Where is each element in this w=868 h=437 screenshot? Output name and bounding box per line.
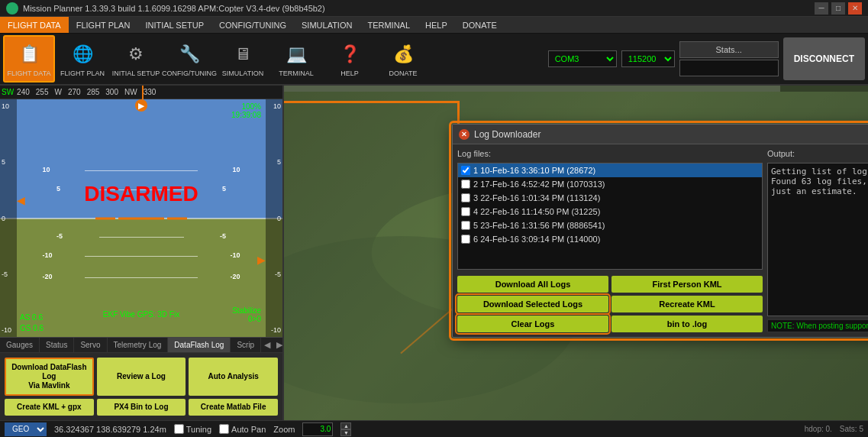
log-action-buttons: Download All Logs First Person KML Downl… bbox=[457, 276, 763, 332]
terminal-icon: 💻 bbox=[282, 40, 311, 69]
log-item-checkbox[interactable] bbox=[461, 180, 470, 189]
scale-n5-left: -5 bbox=[2, 270, 15, 278]
window-controls[interactable]: ─ □ ✕ bbox=[815, 2, 862, 15]
tab-gauges[interactable]: Gauges bbox=[0, 338, 40, 352]
toolbar-config-tuning[interactable]: 🔧 CONFIG/TUNING bbox=[163, 35, 215, 83]
download-all-button[interactable]: Download All Logs bbox=[457, 276, 608, 293]
log-list-container[interactable]: 1 10-Feb-16 3:36:10 PM (28672)2 17-Feb-1… bbox=[457, 163, 763, 270]
toolbar: 📋 FLIGHT DATA 🌐 FLIGHT PLAN ⚙ INITIAL SE… bbox=[0, 34, 868, 86]
menu-item-initial-setup[interactable]: INITIAL SETUP bbox=[137, 17, 211, 33]
minimize-button[interactable]: ─ bbox=[815, 2, 828, 15]
tab-dataflash[interactable]: DataFlash Log bbox=[168, 338, 231, 352]
tuning-label: Tuning bbox=[186, 425, 211, 434]
stabilize-value: 0>0 bbox=[232, 315, 261, 323]
stats-button[interactable]: Stats... bbox=[679, 41, 779, 58]
review-log-button[interactable]: Review a Log bbox=[97, 358, 186, 396]
menu-item-terminal[interactable]: TERMINAL bbox=[360, 17, 418, 33]
zoom-input[interactable] bbox=[302, 422, 333, 436]
compass-indicator bbox=[142, 86, 144, 99]
scale-10-left: 10 bbox=[2, 102, 15, 110]
pitch-line-n10 bbox=[85, 256, 198, 257]
tab-telemetry[interactable]: Telemetry Log bbox=[108, 338, 169, 352]
log-files-label: Log files: bbox=[457, 149, 763, 158]
tab-scrip[interactable]: Scrip bbox=[231, 338, 261, 352]
log-item-checkbox[interactable] bbox=[461, 166, 470, 175]
gs-label: GS 0.6 bbox=[20, 323, 44, 334]
log-item[interactable]: 5 23-Feb-16 1:31:56 PM (8886541) bbox=[458, 218, 762, 232]
map-area: ✕ Log Downloader ─ □ ✕ Log files: 1 10-F… bbox=[284, 86, 868, 420]
zoom-down-button[interactable]: ▼ bbox=[340, 429, 351, 436]
toolbar-terminal-label: TERMINAL bbox=[279, 70, 314, 78]
compass-sw: SW bbox=[2, 88, 14, 96]
log-item-label: 3 22-Feb-16 1:01:34 PM (113124) bbox=[473, 193, 600, 202]
log-item[interactable]: 4 22-Feb-16 11:14:50 PM (31225) bbox=[458, 205, 762, 218]
baud-rate-select[interactable]: 115200 bbox=[621, 50, 675, 67]
tab-status[interactable]: Status bbox=[40, 338, 74, 352]
time-display: 19:39:08 bbox=[231, 111, 261, 119]
log-item[interactable]: 2 17-Feb-16 4:52:42 PM (1070313) bbox=[458, 177, 762, 191]
log-item-checkbox[interactable] bbox=[461, 193, 470, 202]
auto-analysis-button[interactable]: Auto Analysis bbox=[189, 358, 278, 396]
create-matlab-button[interactable]: Create Matlab File bbox=[189, 399, 278, 416]
com-port-select[interactable]: COM3 bbox=[548, 50, 617, 67]
close-button[interactable]: ✕ bbox=[848, 2, 862, 15]
clear-logs-button[interactable]: Clear Logs bbox=[457, 316, 608, 332]
tab-scroll-left[interactable]: ◀ bbox=[261, 338, 273, 352]
output-area: Getting list of log files...Found 63 log… bbox=[767, 163, 868, 316]
output-note: NOTE: When posting support queries, plea… bbox=[767, 319, 868, 332]
left-scale: 10 5 0 -5 -10 bbox=[0, 99, 17, 337]
toolbar-flight-data[interactable]: 📋 FLIGHT DATA bbox=[3, 35, 55, 83]
toolbar-initial-setup[interactable]: ⚙ INITIAL SETUP bbox=[110, 35, 162, 83]
dialog-icon: ✕ bbox=[459, 129, 469, 140]
simulation-icon: 🖥 bbox=[228, 40, 257, 69]
toolbar-help[interactable]: ❓ HELP bbox=[324, 35, 376, 83]
log-item-label: 4 22-Feb-16 11:14:50 PM (31225) bbox=[473, 207, 600, 216]
menu-item-simulation[interactable]: SIMULATION bbox=[294, 17, 360, 33]
create-kml-button[interactable]: Create KML + gpx bbox=[5, 399, 94, 416]
pitch-line-10 bbox=[85, 170, 198, 171]
maximize-button[interactable]: □ bbox=[831, 2, 845, 15]
menu-item-config-tuning[interactable]: CONFIG/TUNING bbox=[211, 17, 294, 33]
log-item-checkbox[interactable] bbox=[461, 207, 470, 216]
toolbar-terminal[interactable]: 💻 TERMINAL bbox=[270, 35, 322, 83]
download-mavlink-button[interactable]: Download DataFlash Log Via Mavlink bbox=[5, 358, 94, 396]
top-marker: ▶ bbox=[135, 99, 147, 112]
menu-item-flight-data[interactable]: FLIGHT DATA bbox=[0, 17, 69, 33]
toolbar-flight-plan[interactable]: 🌐 FLIGHT PLAN bbox=[56, 35, 108, 83]
log-item-label: 6 24-Feb-16 3:09:14 PM (114000) bbox=[473, 235, 600, 244]
tuning-checkbox[interactable] bbox=[174, 424, 184, 434]
stabilize-mode: Stabilize 0>0 bbox=[232, 306, 261, 323]
zoom-spinner: ▲ ▼ bbox=[340, 422, 351, 436]
recreate-kml-button[interactable]: Recreate KML bbox=[611, 296, 763, 312]
log-item[interactable]: 3 22-Feb-16 1:01:34 PM (113124) bbox=[458, 191, 762, 205]
pitch-label-n5-right: -5 bbox=[220, 232, 226, 240]
log-item-checkbox[interactable] bbox=[461, 221, 470, 230]
toolbar-simulation[interactable]: 🖥 SIMULATION bbox=[217, 35, 269, 83]
sats-status: Sats: 5 bbox=[840, 425, 863, 433]
log-item-checkbox[interactable] bbox=[461, 235, 470, 244]
log-item[interactable]: 1 10-Feb-16 3:36:10 PM (28672) bbox=[458, 163, 762, 177]
px4-bin-button[interactable]: PX4 Bin to Log bbox=[97, 399, 186, 416]
pitch-label-10: 10 bbox=[43, 166, 50, 173]
disconnect-button[interactable]: DISCONNECT bbox=[783, 37, 865, 80]
scale-10-right: 10 bbox=[273, 102, 281, 110]
first-person-kml-button[interactable]: First Person KML bbox=[611, 276, 763, 293]
tab-servo[interactable]: Servo bbox=[74, 338, 107, 352]
pitch-label-n5: -5 bbox=[56, 232, 63, 240]
autopan-checkbox[interactable] bbox=[219, 424, 229, 434]
geo-select[interactable]: GEO bbox=[5, 422, 47, 436]
dialog-body: Log files: 1 10-Feb-16 3:36:10 PM (28672… bbox=[453, 144, 868, 337]
download-selected-button[interactable]: Download Selected Logs bbox=[457, 296, 608, 312]
log-item-label: 5 23-Feb-16 1:31:56 PM (8886541) bbox=[473, 221, 605, 230]
toolbar-donate[interactable]: 💰 DONATE bbox=[377, 35, 429, 83]
tab-scroll-right[interactable]: ▶ bbox=[273, 338, 282, 352]
bin-to-log-button[interactable]: bin to .log bbox=[611, 316, 763, 332]
menu-item-donate[interactable]: DONATE bbox=[455, 17, 505, 33]
log-item[interactable]: 6 24-Feb-16 3:09:14 PM (114000) bbox=[458, 232, 762, 246]
output-line: Getting list of log files... bbox=[771, 167, 868, 176]
zoom-up-button[interactable]: ▲ bbox=[340, 422, 351, 429]
log-downloader-dialog: ✕ Log Downloader ─ □ ✕ Log files: 1 10-F… bbox=[452, 124, 868, 338]
menu-item-help[interactable]: HELP bbox=[418, 17, 455, 33]
title-bar: Mission Planner 1.3.39.3 build 1.1.6099.… bbox=[0, 0, 868, 17]
menu-item-flight-plan[interactable]: FLIGHT PLAN bbox=[69, 17, 138, 33]
